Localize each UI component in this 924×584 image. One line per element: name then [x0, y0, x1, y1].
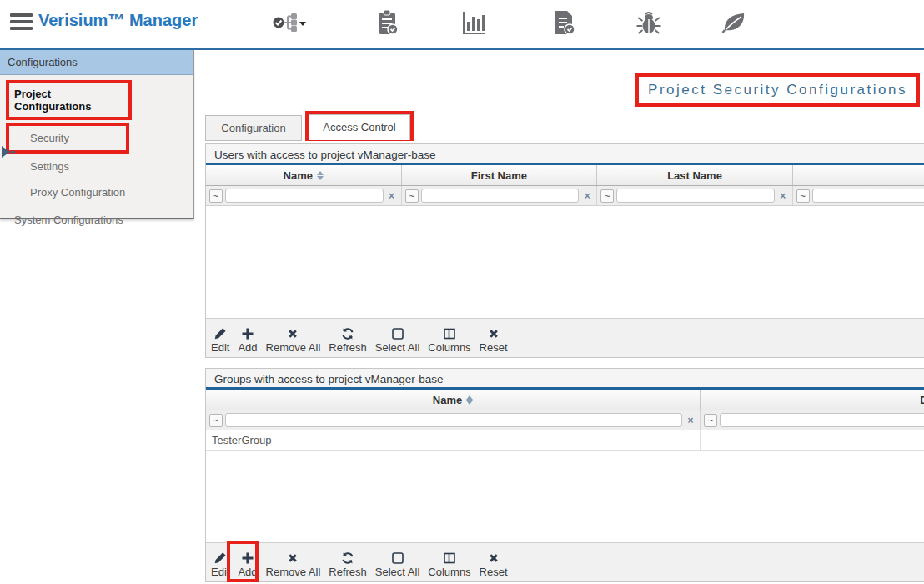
users-last-name-filter-input[interactable] [616, 189, 775, 203]
groups-column-name-label: Name [433, 394, 462, 406]
filter-operator-button[interactable]: ~ [704, 414, 717, 427]
groups-column-description-label: Description [920, 394, 924, 406]
users-column-name[interactable]: Name [206, 165, 402, 185]
refresh-button[interactable]: Refresh [329, 551, 367, 578]
remove-all-button-label: Remove All [266, 341, 321, 354]
analysis-flow-icon[interactable] [270, 8, 307, 37]
select-all-button-label: Select All [375, 566, 419, 578]
selected-item-pointer-icon [1, 145, 18, 159]
metrics-chart-icon[interactable] [459, 8, 488, 37]
filter-clear-icon[interactable]: × [777, 190, 789, 202]
edit-button-label: Edit [211, 566, 229, 578]
sidebar-item-project-configurations[interactable]: Project Configurations [6, 80, 132, 120]
users-table-empty-rows [206, 206, 924, 318]
remove-all-button[interactable]: Remove All [266, 327, 321, 354]
sidebar-item-system-configurations[interactable]: System Configurations [0, 205, 193, 233]
remove-all-button[interactable]: Remove All [266, 551, 321, 578]
columns-button-label: Columns [428, 566, 470, 578]
add-button-label: Add [238, 341, 257, 354]
groups-name-filter: ~ × [206, 410, 701, 430]
groups-column-description[interactable]: Description [701, 390, 924, 410]
planned-runs-icon[interactable] [375, 8, 400, 37]
sidebar: Configurations Project Configurations Se… [0, 50, 194, 219]
refresh-button-label: Refresh [329, 341, 367, 354]
refresh-button-label: Refresh [329, 566, 367, 578]
sidebar-header: Configurations [0, 50, 193, 75]
sidebar-item-security[interactable]: Security [6, 123, 129, 154]
group-name-cell[interactable]: TesterGroup [206, 430, 701, 450]
columns-button[interactable]: Columns [428, 327, 470, 354]
add-button-label: Add [238, 566, 257, 578]
add-button[interactable]: Add [238, 551, 257, 578]
tab-configuration[interactable]: Configuration [205, 115, 302, 141]
users-panel-title: Users with access to project vManager-ba… [206, 144, 924, 165]
users-column-last-name[interactable]: Last Name [597, 165, 793, 185]
sort-icon [466, 395, 473, 405]
bug-tracking-icon[interactable] [635, 8, 663, 37]
groups-description-filter: ~ × [701, 410, 924, 430]
groups-description-filter-input[interactable] [720, 413, 924, 427]
app-header: Verisium™ Manager [0, 0, 924, 50]
columns-button-label: Columns [428, 341, 470, 354]
columns-button[interactable]: Columns [428, 551, 470, 578]
eco-leaf-icon[interactable] [720, 8, 748, 37]
reset-button[interactable]: Reset [480, 551, 508, 578]
app-title: Verisium™ Manager [38, 11, 198, 30]
users-column-first-name-label: First Name [471, 169, 527, 182]
users-email-filter: ~ × [793, 186, 924, 205]
select-all-button-label: Select All [375, 341, 419, 354]
page-title: Project Security Configurations [648, 82, 907, 98]
tab-access-control-highlight-box: Access Control [305, 111, 414, 141]
users-first-name-filter-input[interactable] [421, 189, 580, 203]
groups-toolbar: Edit Add Remove All Refresh Select All [206, 542, 924, 581]
page-title-highlight-box: Project Security Configurations [635, 73, 920, 107]
sidebar-item-proxy-configuration[interactable]: Proxy Configuration [0, 179, 193, 205]
select-all-button[interactable]: Select All [375, 551, 419, 578]
report-check-icon[interactable] [550, 8, 577, 37]
filter-operator-button[interactable]: ~ [796, 189, 810, 203]
hamburger-menu-icon[interactable] [10, 13, 33, 30]
main-content: Project Security Configurations Configur… [200, 50, 924, 584]
filter-operator-button[interactable]: ~ [405, 189, 419, 203]
edit-button[interactable]: Edit [211, 327, 229, 354]
users-name-filter: ~ × [206, 186, 402, 205]
refresh-button[interactable]: Refresh [329, 327, 367, 354]
filter-clear-icon[interactable]: × [386, 190, 398, 202]
users-panel: Users with access to project vManager-ba… [205, 143, 924, 358]
filter-operator-button[interactable]: ~ [209, 189, 223, 203]
edit-button[interactable]: Edit [211, 551, 229, 578]
reset-button[interactable]: Reset [480, 327, 508, 354]
group-row-testergroup[interactable]: TesterGroup [206, 430, 924, 451]
groups-table-empty-rows [206, 451, 924, 542]
select-all-button[interactable]: Select All [375, 327, 419, 354]
users-filter-row: ~ × ~ × ~ × ~ × [206, 186, 924, 206]
groups-panel: Groups with access to project vManager-b… [205, 368, 924, 582]
edit-button-label: Edit [211, 341, 229, 354]
remove-all-button-label: Remove All [266, 566, 321, 578]
add-button[interactable]: Add [238, 327, 257, 354]
users-column-last-name-label: Last Name [667, 169, 722, 182]
filter-operator-button[interactable]: ~ [600, 189, 614, 203]
groups-filter-row: ~ × ~ × [206, 410, 924, 430]
users-name-filter-input[interactable] [225, 189, 384, 203]
filter-operator-button[interactable]: ~ [209, 414, 223, 427]
filter-clear-icon[interactable]: × [581, 190, 593, 202]
users-email-filter-input[interactable] [812, 189, 924, 203]
users-column-email[interactable]: E-mail [793, 165, 924, 185]
tab-access-control[interactable]: Access Control [309, 114, 410, 140]
users-column-first-name[interactable]: First Name [402, 165, 598, 185]
reset-button-label: Reset [480, 341, 508, 354]
group-description-cell[interactable] [701, 430, 924, 450]
users-last-name-filter: ~ × [597, 186, 793, 205]
groups-table-header: Name Description [206, 390, 924, 410]
app-window: Verisium™ Manager [0, 0, 924, 584]
sort-icon [317, 171, 324, 180]
filter-clear-icon[interactable]: × [685, 415, 696, 426]
groups-panel-title: Groups with access to project vManager-b… [206, 369, 924, 390]
reset-button-label: Reset [480, 566, 508, 578]
groups-column-name[interactable]: Name [206, 390, 701, 410]
users-table-header: Name First Name Last Name E-mail [206, 165, 924, 186]
config-tree: Project Configurations Security Settings… [0, 75, 193, 233]
groups-name-filter-input[interactable] [225, 413, 682, 427]
sidebar-item-settings[interactable]: Settings [0, 154, 193, 179]
